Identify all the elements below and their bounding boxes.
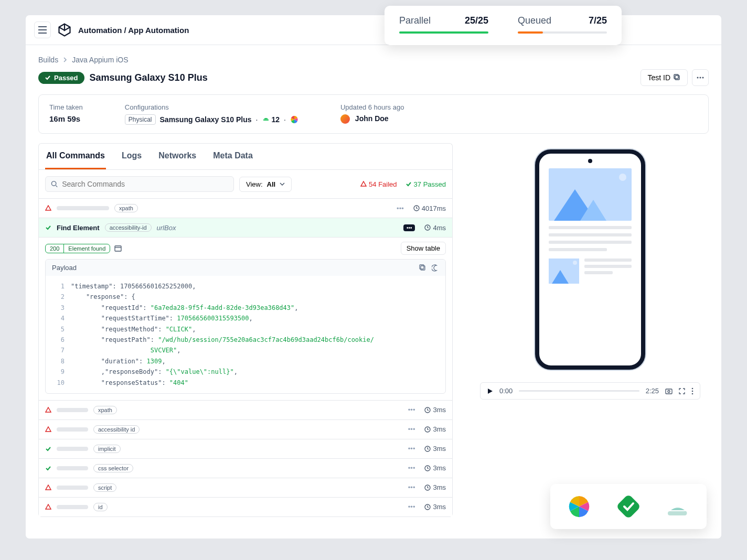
- parallel-label: Parallel: [399, 15, 431, 26]
- copy-icon[interactable]: [419, 264, 426, 272]
- breadcrumb: Builds Java Appium iOS: [38, 56, 709, 64]
- check-icon: [405, 181, 412, 187]
- locator-pill: accessibility id: [93, 425, 140, 434]
- svg-rect-0: [675, 76, 679, 80]
- row-time: 4017ms: [413, 204, 446, 212]
- command-row[interactable]: accessibility id•••3ms: [39, 419, 452, 439]
- svg-rect-19: [666, 389, 672, 394]
- clock-icon: [413, 205, 420, 211]
- command-row[interactable]: id•••3ms: [39, 497, 452, 516]
- svg-point-22: [692, 390, 693, 392]
- skeleton: [57, 206, 109, 210]
- svg-point-6: [266, 119, 268, 120]
- skeleton: [57, 447, 88, 451]
- command-row[interactable]: xpath•••3ms: [39, 400, 452, 419]
- parallel-bar: [399, 31, 488, 34]
- locator-pill: accessibility-id: [105, 223, 152, 232]
- row-menu[interactable]: •••: [408, 503, 415, 511]
- row-menu[interactable]: •••: [408, 483, 415, 491]
- row-time: 3ms: [424, 503, 446, 511]
- command-arg: urlBox: [157, 224, 176, 232]
- window-icon[interactable]: [114, 245, 122, 252]
- payload-title: Payload: [52, 264, 77, 272]
- row-time: 3ms: [424, 425, 446, 433]
- test-id-button[interactable]: Test ID: [641, 69, 688, 86]
- row-chip: •••: [403, 224, 415, 231]
- view-filter-button[interactable]: View: All: [239, 177, 292, 192]
- clock-icon: [424, 224, 431, 231]
- command-row[interactable]: xpath ••• 4017ms: [39, 198, 452, 218]
- time-current: 0:00: [499, 387, 513, 395]
- moon-icon[interactable]: [432, 264, 439, 272]
- page-title: Samsung Galaxy S10 Plus: [90, 72, 208, 83]
- queued-label: Queued: [518, 15, 551, 26]
- copy-icon: [674, 74, 681, 81]
- show-table-button[interactable]: Show table: [401, 242, 446, 255]
- command-row-expanded[interactable]: Find Element accessibility-id urlBox •••…: [39, 218, 452, 237]
- tab-bar: All Commands Logs Networks Meta Data: [39, 144, 452, 170]
- breadcrumb-root[interactable]: Builds: [38, 56, 58, 64]
- command-row[interactable]: css selector•••3ms: [39, 458, 452, 478]
- row-time: 3ms: [424, 406, 446, 414]
- product-logo-icon: [57, 23, 72, 37]
- tab-metadata[interactable]: Meta Data: [212, 144, 254, 169]
- row-menu[interactable]: •••: [408, 445, 415, 453]
- search-icon: [51, 180, 58, 188]
- svg-point-26: [680, 507, 681, 508]
- row-menu[interactable]: •••: [408, 406, 415, 414]
- camera-dot-icon: [588, 159, 592, 163]
- locator-pill: xpath: [93, 406, 117, 414]
- device-preview: [535, 149, 645, 370]
- locator-pill: xpath: [114, 204, 138, 212]
- time-taken-label: Time taken: [49, 103, 83, 111]
- config-label: Configurations: [125, 103, 298, 111]
- play-button[interactable]: [487, 388, 493, 394]
- menu-button[interactable]: [34, 21, 51, 38]
- breadcrumb-leaf: Java Appium iOS: [72, 56, 128, 64]
- svg-point-3: [700, 77, 701, 79]
- svg-rect-12: [420, 265, 424, 269]
- svg-point-20: [668, 390, 670, 392]
- row-menu[interactable]: •••: [397, 204, 404, 212]
- more-button[interactable]: [692, 69, 709, 86]
- more-icon[interactable]: [691, 387, 693, 395]
- command-name: Find Element: [57, 224, 100, 232]
- row-time: 4ms: [424, 224, 446, 232]
- command-row[interactable]: implicit•••3ms: [39, 439, 452, 458]
- clock-icon: [424, 446, 431, 452]
- svg-rect-24: [616, 494, 641, 519]
- row-menu[interactable]: •••: [408, 425, 415, 433]
- row-menu[interactable]: •••: [408, 464, 415, 472]
- skeleton: [57, 486, 88, 490]
- svg-rect-10: [115, 246, 121, 251]
- command-row[interactable]: script•••3ms: [39, 478, 452, 497]
- tab-all-commands[interactable]: All Commands: [45, 144, 106, 169]
- seek-bar[interactable]: [519, 390, 639, 392]
- play-icon: [487, 388, 493, 394]
- warn-icon: [360, 181, 367, 187]
- skeleton: [57, 408, 88, 412]
- check-icon: [45, 74, 51, 81]
- dots-icon: [697, 77, 704, 79]
- search-input[interactable]: [62, 180, 228, 188]
- clock-icon: [424, 465, 431, 471]
- warn-icon: [45, 426, 51, 433]
- warn-icon: [45, 205, 51, 211]
- svg-point-25: [675, 507, 676, 508]
- skeleton: [57, 505, 88, 509]
- svg-rect-11: [421, 266, 425, 270]
- check-icon: [45, 446, 51, 452]
- tab-logs[interactable]: Logs: [121, 144, 143, 169]
- fullscreen-icon[interactable]: [679, 388, 685, 394]
- warn-icon: [45, 484, 51, 491]
- camera-icon[interactable]: [665, 388, 673, 394]
- search-input-wrap[interactable]: [45, 176, 234, 192]
- placeholder-image: [549, 168, 632, 221]
- locator-pill: id: [93, 503, 108, 511]
- menu-icon: [38, 26, 47, 34]
- row-time: 3ms: [424, 483, 446, 491]
- chevron-down-icon: [280, 182, 285, 186]
- espresso-icon: [666, 494, 690, 519]
- tab-networks[interactable]: Networks: [157, 144, 197, 169]
- skeleton: [57, 427, 88, 432]
